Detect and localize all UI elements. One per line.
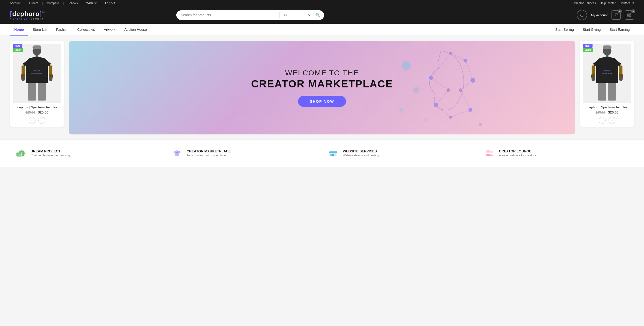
topbar-help-center[interactable]: Help Center bbox=[600, 2, 616, 5]
svg-point-61 bbox=[486, 150, 490, 153]
hero-content: WELCOME TO THE CREATOR MARKETPLACE SHOP … bbox=[241, 59, 403, 117]
topbar-account[interactable]: Account bbox=[10, 2, 20, 5]
nav-fashion[interactable]: Fashion bbox=[52, 24, 73, 36]
svg-line-27 bbox=[451, 110, 470, 117]
svg-point-32 bbox=[402, 61, 411, 70]
product-col-right: HOT -20% [dephoro] A CREATIVE NETWORK bbox=[580, 41, 634, 134]
price-new-left: $20.00 bbox=[38, 110, 48, 114]
nav-home[interactable]: Home bbox=[10, 24, 28, 36]
svg-line-28 bbox=[436, 105, 451, 117]
svg-line-30 bbox=[431, 78, 448, 90]
badge-hot-left: HOT bbox=[13, 44, 22, 48]
feature-website-services-desc: Website design and hosting. bbox=[343, 154, 380, 157]
cart-button[interactable]: 🛒 0 bbox=[625, 10, 634, 20]
svg-point-11 bbox=[49, 76, 52, 81]
cart-count: 0 bbox=[631, 9, 635, 13]
topbar-follows[interactable]: Follows bbox=[68, 2, 78, 5]
nav-start-earning[interactable]: Start Earning bbox=[605, 24, 634, 36]
top-bar-right: Creator Services Help Center Contact Us bbox=[574, 2, 634, 5]
svg-point-36 bbox=[479, 123, 482, 126]
nav-start-selling[interactable]: Start Selling bbox=[551, 24, 578, 36]
search-button[interactable]: 🔍 bbox=[311, 10, 324, 20]
top-bar-left: Account | Orders | Compare | Follows | W… bbox=[10, 2, 115, 5]
nav-auction-house[interactable]: Auction House bbox=[120, 24, 151, 36]
product-pricing-right: $25.00 $20.00 bbox=[583, 110, 631, 114]
svg-line-25 bbox=[460, 80, 473, 90]
svg-line-24 bbox=[466, 60, 473, 80]
feature-creator-lounge-title: CREATOR LOUNGE bbox=[499, 149, 537, 153]
topbar-compare[interactable]: Compare bbox=[47, 2, 59, 5]
creator-marketplace-icon bbox=[171, 147, 183, 159]
nav-left: Home Store List Fashion Collectibles Art… bbox=[10, 24, 551, 36]
my-account-label[interactable]: My Account bbox=[591, 13, 608, 17]
svg-rect-3 bbox=[36, 55, 38, 58]
svg-text:A CREATIVE NETWORK: A CREATIVE NETWORK bbox=[602, 73, 613, 74]
feature-creator-marketplace-title: CREATOR MARKETPLACE bbox=[187, 149, 231, 153]
svg-point-33 bbox=[413, 87, 419, 93]
header: [dephoro]™ A CREATIVE NETWORK All Fashio… bbox=[0, 6, 644, 24]
feature-dream-project: $ DREAM PROJECT Community-driven fundrai… bbox=[10, 144, 166, 162]
search-category-select[interactable]: All Fashion Collectibles Artwork Auction… bbox=[280, 10, 311, 20]
features-bar: $ DREAM PROJECT Community-driven fundrai… bbox=[0, 139, 644, 167]
product-next-left[interactable]: › bbox=[38, 117, 45, 124]
svg-point-35 bbox=[425, 118, 427, 121]
account-icon[interactable]: ☺ bbox=[577, 10, 587, 20]
badge-discount-right: -20% bbox=[583, 48, 593, 52]
product-image-right: [dephoro] A CREATIVE NETWORK bbox=[583, 44, 631, 103]
svg-rect-40 bbox=[606, 55, 608, 58]
search-input[interactable] bbox=[176, 10, 279, 20]
feature-creator-marketplace: CREATOR MARKETPLACE Tons of merch all in… bbox=[166, 144, 322, 162]
product-name-left: [dephoro] Spectrum Text Tee bbox=[13, 106, 61, 109]
topbar-orders[interactable]: Orders bbox=[29, 2, 38, 5]
svg-rect-6 bbox=[22, 66, 25, 75]
svg-point-62 bbox=[490, 151, 493, 153]
nav-artwork[interactable]: Artwork bbox=[99, 24, 120, 36]
svg-rect-57 bbox=[329, 152, 338, 154]
product-nav-right: ‹ › bbox=[583, 117, 631, 124]
feature-creator-lounge-desc: A social network for creators. bbox=[499, 154, 537, 157]
logo[interactable]: [dephoro]™ A CREATIVE NETWORK bbox=[10, 10, 45, 20]
topbar-wishlist[interactable]: Wishlist bbox=[86, 2, 96, 5]
dream-project-icon: $ bbox=[15, 147, 27, 159]
product-prev-right[interactable]: ‹ bbox=[599, 117, 606, 124]
svg-rect-45 bbox=[619, 66, 622, 75]
nav-collectibles[interactable]: Collectibles bbox=[73, 24, 100, 36]
product-card-left: HOT -20% [dephoro] A CREATIVE NETWORK bbox=[10, 41, 64, 127]
svg-line-29 bbox=[436, 90, 448, 105]
product-name-right: [dephoro] Spectrum Text Tee bbox=[583, 106, 631, 109]
topbar-contact-us[interactable]: Contact Us bbox=[620, 2, 634, 5]
svg-rect-12 bbox=[28, 83, 36, 100]
shop-now-button[interactable]: SHOP NOW bbox=[298, 96, 346, 107]
svg-point-59 bbox=[332, 154, 334, 156]
product-col-left: HOT -20% [dephoro] A CREATIVE NETWORK bbox=[10, 41, 64, 134]
creator-lounge-icon bbox=[483, 147, 496, 159]
feature-creator-lounge: CREATOR LOUNGE A social network for crea… bbox=[478, 144, 634, 162]
product-pricing-left: $25.00 $20.00 bbox=[13, 110, 61, 114]
cart-icon: 🛒 bbox=[627, 12, 632, 18]
topbar-creator-services[interactable]: Creator Services bbox=[574, 2, 596, 5]
price-old-right: $25.00 bbox=[596, 110, 605, 114]
feature-creator-marketplace-desc: Tons of merch all in one place. bbox=[187, 154, 231, 157]
mannequin-svg-left: [dephoro] A CREATIVE NETWORK bbox=[13, 44, 61, 103]
search-icon: 🔍 bbox=[315, 13, 320, 17]
price-old-left: $25.00 bbox=[25, 110, 35, 114]
wishlist-button[interactable]: ♡ 0 bbox=[612, 10, 621, 20]
svg-text:[dephoro]: [dephoro] bbox=[604, 70, 610, 72]
feature-dream-project-title: DREAM PROJECT bbox=[30, 149, 71, 153]
product-next-right[interactable]: › bbox=[608, 117, 616, 124]
svg-text:[dephoro]: [dephoro] bbox=[34, 70, 40, 72]
svg-rect-2 bbox=[32, 45, 41, 49]
topbar-logout[interactable]: Log out bbox=[105, 2, 115, 5]
svg-rect-43 bbox=[592, 66, 595, 75]
wishlist-count: 0 bbox=[618, 9, 622, 13]
search-bar: All Fashion Collectibles Artwork Auction… bbox=[176, 10, 324, 20]
svg-point-10 bbox=[22, 76, 25, 81]
nav-start-giving[interactable]: Start Giving bbox=[578, 24, 605, 36]
svg-point-47 bbox=[592, 76, 595, 81]
product-prev-left[interactable]: ‹ bbox=[28, 117, 36, 124]
logo-sub: A CREATIVE NETWORK bbox=[10, 18, 44, 20]
svg-rect-13 bbox=[38, 83, 46, 100]
product-image-left: [dephoro] A CREATIVE NETWORK bbox=[13, 44, 61, 103]
nav-store-list[interactable]: Store List bbox=[28, 24, 52, 36]
product-card-right: HOT -20% [dephoro] A CREATIVE NETWORK bbox=[580, 41, 634, 127]
